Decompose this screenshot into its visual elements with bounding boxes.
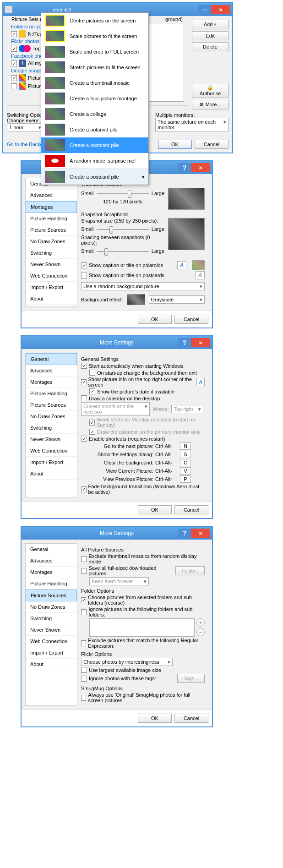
minimize-button[interactable]: — (198, 5, 211, 14)
nav-no-draw[interactable]: No Draw Zones (26, 411, 77, 422)
nav-no-draw[interactable]: No Draw Zones (26, 236, 77, 247)
change-every-select[interactable]: 1 hour (7, 123, 44, 131)
ok-button[interactable]: OK (138, 315, 172, 324)
close-button[interactable] (191, 163, 210, 172)
nav-picture-sources[interactable]: Picture Sources (26, 399, 77, 411)
folders-checkbox[interactable] (11, 31, 17, 37)
ignore-folders-checkbox[interactable] (81, 609, 87, 615)
add-button[interactable]: Add ▾ (192, 20, 229, 29)
nav-web[interactable]: Web Connection (26, 636, 77, 647)
nav-switching[interactable]: Switching (26, 613, 77, 624)
nav-picture-handling[interactable]: Picture Handling (26, 213, 77, 224)
edit-button[interactable]: Edit (192, 31, 229, 40)
help-button[interactable]: ? (178, 338, 191, 347)
nav-about[interactable]: About (26, 468, 77, 480)
ok-button[interactable]: OK (138, 714, 172, 723)
use-largest-checkbox[interactable] (81, 667, 87, 673)
fade-checkbox[interactable] (81, 486, 87, 492)
mode-centre[interactable]: Centre pictures on the screen (41, 13, 148, 28)
nav-never-shown[interactable]: Never Shown (26, 259, 77, 270)
exclude-regex-checkbox[interactable] (81, 640, 86, 646)
smugmug-original-checkbox[interactable] (81, 695, 86, 701)
spacing-slider[interactable] (97, 246, 149, 256)
nav-montages[interactable]: Montages (26, 377, 77, 388)
authorise-button[interactable]: Authorise (192, 83, 229, 98)
close-button[interactable] (191, 529, 210, 538)
nav-picture-handling[interactable]: Picture Handling (26, 388, 77, 399)
random-bg-select[interactable]: Use a random background picture (81, 282, 205, 290)
more-button[interactable]: More... (192, 100, 229, 109)
show-date-checkbox[interactable] (89, 388, 95, 394)
mode-polaroid[interactable]: Create a polaroid pile (41, 122, 148, 137)
help-button[interactable]: ? (178, 529, 191, 538)
recurse-checkbox[interactable] (81, 597, 86, 603)
start-auto-checkbox[interactable] (81, 363, 87, 369)
flickr-checkbox[interactable] (11, 46, 17, 52)
font-icon[interactable]: A (177, 261, 186, 269)
nav-never-shown[interactable]: Never Shown (26, 434, 77, 445)
ok-button[interactable]: OK (138, 505, 172, 514)
nav-web[interactable]: Web Connection (26, 270, 77, 282)
close-button[interactable] (211, 5, 230, 14)
sc-clear-input[interactable] (180, 459, 191, 466)
nav-import-export[interactable]: Import / Export (26, 282, 77, 293)
nav-general[interactable]: General (26, 353, 77, 365)
close-button[interactable] (191, 338, 210, 347)
nav-general[interactable]: General (26, 544, 77, 555)
nav-no-draw[interactable]: No Draw Zones (26, 601, 77, 613)
sc-view-input[interactable] (180, 467, 191, 475)
font-icon[interactable]: A (196, 378, 205, 386)
nav-about[interactable]: About (26, 659, 77, 670)
ok-button[interactable]: OK (158, 140, 192, 149)
nav-switching[interactable]: Switching (26, 422, 77, 434)
delete-button[interactable]: Delete (192, 42, 229, 51)
mode-mosaic[interactable]: Create a thumbnail mosaic (41, 75, 148, 91)
nav-picture-sources[interactable]: Picture Sources (26, 224, 77, 236)
exclude-mosaics-checkbox[interactable] (81, 556, 87, 562)
mode-postcard[interactable]: Create a postcard pile (41, 137, 148, 153)
nav-advanced[interactable]: Advanced (26, 190, 77, 201)
help-button[interactable]: ? (178, 163, 191, 172)
draw-calendar-checkbox[interactable] (81, 395, 87, 401)
cancel-button[interactable]: Cancel (174, 505, 208, 514)
cancel-button[interactable]: Cancel (195, 140, 229, 149)
nav-picture-handling[interactable]: Picture Handling (26, 578, 77, 590)
ignore-tags-checkbox[interactable] (81, 676, 87, 682)
mode-random[interactable]: A random mode, surprise me! (41, 153, 148, 169)
nav-picture-sources[interactable]: Picture Sources (26, 590, 77, 601)
sc-settings-input[interactable] (180, 451, 191, 458)
bg-effect-select[interactable]: Grayscale (149, 295, 205, 304)
thumbnail-size-slider[interactable] (97, 189, 149, 198)
show-info-checkbox[interactable] (81, 379, 87, 385)
caption-postcards-checkbox[interactable] (81, 273, 87, 278)
nav-import-export[interactable]: Import / Export (26, 457, 77, 468)
add-folder-button[interactable]: + (196, 618, 205, 627)
mode-scale[interactable]: Scale pictures to fit the screen (41, 28, 148, 44)
nav-switching[interactable]: Switching (26, 247, 77, 259)
multiple-monitors-select[interactable]: The same picture on each monitor (155, 118, 229, 131)
startup-change-checkbox[interactable] (89, 370, 95, 376)
nav-montages[interactable]: Montages (26, 201, 77, 213)
ignore-folders-textarea[interactable] (89, 618, 195, 637)
cancel-button[interactable]: Cancel (174, 714, 208, 723)
nav-about[interactable]: About (26, 293, 77, 305)
nav-montages[interactable]: Montages (26, 567, 77, 578)
nav-never-shown[interactable]: Never Shown (26, 624, 77, 636)
mode-fourpic[interactable]: Create a four-picture montage (41, 91, 148, 106)
caption-polaroids-checkbox[interactable] (81, 262, 87, 268)
mode-crop[interactable]: Scale and crop to FULL screen (41, 44, 148, 60)
nav-web[interactable]: Web Connection (26, 445, 77, 457)
cancel-button[interactable]: Cancel (174, 315, 208, 324)
mode-selected-display[interactable]: Create a postcard pile▾ (41, 169, 148, 185)
flickr-sort-select[interactable]: Choose photos by interestingness (81, 658, 173, 666)
mode-stretch[interactable]: Stretch pictures to fit the screen (41, 60, 148, 75)
save-full-checkbox[interactable] (81, 568, 87, 574)
google-chk1[interactable] (11, 75, 17, 81)
remove-folder-button[interactable]: − (196, 628, 205, 636)
nav-advanced[interactable]: Advanced (26, 365, 77, 377)
google-chk2[interactable] (11, 83, 17, 89)
snapshot-size-slider[interactable] (97, 224, 149, 234)
sc-next-input[interactable] (180, 442, 191, 450)
mode-collage[interactable]: Create a collage (41, 106, 148, 122)
enable-shortcuts-checkbox[interactable] (81, 436, 87, 442)
